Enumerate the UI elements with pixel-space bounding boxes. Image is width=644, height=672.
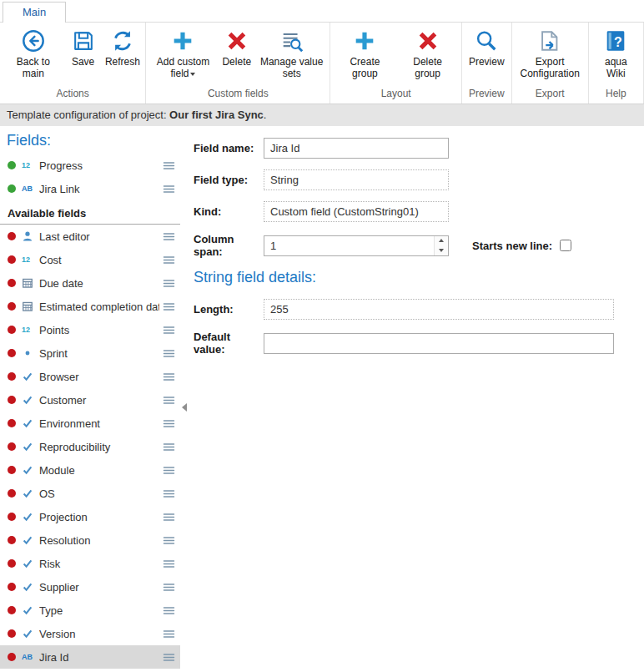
field-item-label: Browser: [39, 371, 159, 383]
field-item-cost[interactable]: 12Cost: [0, 248, 180, 271]
field-item-label: Estimated completion date: [39, 301, 159, 313]
field-item-jira-link[interactable]: ABJira Link: [0, 177, 180, 200]
field-item-customer[interactable]: Customer: [0, 388, 180, 412]
choice-type-icon: [22, 394, 37, 407]
drag-handle-icon[interactable]: [163, 372, 175, 381]
field-item-environment[interactable]: Environment: [0, 412, 180, 435]
available-status-dot: [8, 279, 16, 287]
drag-handle-icon[interactable]: [163, 536, 175, 545]
drag-handle-icon[interactable]: [163, 232, 175, 241]
field-item-progress[interactable]: 12Progress: [0, 154, 180, 177]
drag-handle-icon[interactable]: [163, 279, 175, 288]
field-item-projection[interactable]: Projection: [0, 505, 180, 528]
delete-button[interactable]: Delete: [218, 27, 256, 69]
choice-type-icon: [22, 371, 37, 383]
field-item-jira-id[interactable]: ABJira Id: [0, 645, 180, 669]
field-item-browser[interactable]: Browser: [0, 365, 180, 388]
sidebar-splitter[interactable]: [180, 126, 189, 672]
choice-type-icon: [22, 581, 37, 594]
field-item-points[interactable]: 12Points: [0, 318, 180, 341]
field-item-label: Due date: [39, 277, 159, 290]
ribbon-button-label: Delete: [222, 56, 251, 68]
add-icon: [170, 28, 195, 53]
drag-handle-icon[interactable]: [163, 419, 175, 428]
ribbon-group-actions: Back to mainSaveRefreshActions: [0, 23, 146, 104]
export-configuration-button[interactable]: Export Configuration: [515, 27, 586, 81]
choice-type-icon: [22, 417, 37, 430]
default-value-input[interactable]: [264, 333, 614, 354]
ribbon-button-label: Preview: [469, 56, 505, 68]
fields-sidebar: Fields: 12ProgressABJira Link Available …: [0, 126, 180, 672]
drag-handle-icon[interactable]: [163, 326, 175, 335]
spin-up-icon[interactable]: [435, 236, 448, 246]
available-status-dot: [8, 583, 16, 591]
spin-down-icon[interactable]: [435, 245, 448, 255]
drag-handle-icon[interactable]: [163, 349, 175, 358]
manage-value-sets-button[interactable]: Manage value sets: [256, 27, 328, 81]
drag-handle-icon[interactable]: [163, 442, 175, 452]
starts-new-line-checkbox[interactable]: [560, 240, 571, 251]
value-sets-icon: [279, 28, 304, 53]
available-fields-header: Available fields: [0, 200, 180, 225]
back-to-main-button[interactable]: Back to main: [3, 27, 64, 81]
refresh-button[interactable]: Refresh: [103, 27, 143, 69]
drag-handle-icon[interactable]: [163, 489, 175, 498]
drag-handle-icon[interactable]: [163, 161, 175, 170]
add-custom-field-button[interactable]: Add custom field: [148, 27, 218, 81]
field-name-input[interactable]: [264, 138, 449, 159]
field-item-module[interactable]: Module: [0, 458, 180, 482]
drag-handle-icon[interactable]: [163, 513, 175, 522]
drag-handle-icon[interactable]: [163, 559, 175, 568]
available-status-dot: [8, 349, 16, 357]
create-group-button[interactable]: Create group: [333, 27, 396, 81]
save-button[interactable]: Save: [64, 27, 103, 69]
drag-handle-icon[interactable]: [163, 606, 175, 615]
column-span-input[interactable]: [264, 235, 449, 256]
header-bar: Template configuration of project: Our f…: [0, 104, 644, 126]
collapse-sidebar-icon[interactable]: [182, 403, 187, 412]
number-type-icon: 12: [22, 159, 37, 172]
field-item-risk[interactable]: Risk: [0, 552, 180, 575]
drag-handle-icon[interactable]: [163, 466, 175, 475]
drag-handle-icon[interactable]: [163, 396, 175, 405]
field-item-label: Version: [39, 628, 159, 640]
delete-group-button[interactable]: Delete group: [396, 27, 459, 81]
field-item-resolution[interactable]: Resolution: [0, 528, 180, 552]
available-status-dot: [8, 326, 16, 334]
fields-title: Fields:: [0, 126, 180, 154]
drag-handle-icon[interactable]: [163, 302, 175, 311]
field-item-type[interactable]: Type: [0, 599, 180, 622]
ribbon-button-label: Export Configuration: [519, 56, 581, 79]
aqua-wiki-button[interactable]: ?aqua Wiki: [591, 27, 641, 81]
available-status-dot: [8, 513, 16, 521]
drag-handle-icon[interactable]: [163, 629, 175, 639]
drag-handle-icon[interactable]: [163, 583, 175, 592]
field-item-last-editor[interactable]: Last editor: [0, 225, 180, 248]
preview-button[interactable]: Preview: [465, 27, 509, 69]
field-item-label: Supplier: [39, 581, 159, 594]
drag-handle-icon[interactable]: [163, 184, 175, 194]
ribbon-group-custom-fields: Add custom fieldDeleteManage value setsC…: [146, 23, 330, 104]
choice-type-icon: [22, 534, 37, 547]
starts-new-line-label: Starts new line:: [472, 240, 552, 252]
tab-main[interactable]: Main: [3, 2, 66, 23]
length-input: [264, 299, 614, 320]
drag-handle-icon[interactable]: [163, 255, 175, 265]
ribbon-group-export: Export ConfigurationExport: [512, 23, 589, 104]
field-item-os[interactable]: OS: [0, 482, 180, 505]
field-item-label: Jira Id: [39, 651, 159, 664]
field-item-estimated-completion-date[interactable]: Estimated completion date: [0, 295, 180, 318]
choice-type-icon: [22, 558, 37, 570]
field-item-version[interactable]: Version: [0, 622, 180, 645]
field-item-reproducibility[interactable]: Reproducibility: [0, 435, 180, 458]
choice-type-icon: [22, 488, 37, 500]
ribbon-group-preview: PreviewPreview: [462, 23, 512, 104]
field-item-due-date[interactable]: Due date: [0, 271, 180, 295]
field-item-sprint[interactable]: Sprint: [0, 341, 180, 365]
spinner-controls: [434, 236, 448, 255]
ribbon-button-label: Add custom field: [153, 56, 214, 79]
field-item-supplier[interactable]: Supplier: [0, 575, 180, 599]
delete-icon: [224, 28, 249, 53]
header-text: Template configuration of project:: [7, 109, 169, 121]
drag-handle-icon[interactable]: [163, 653, 175, 662]
